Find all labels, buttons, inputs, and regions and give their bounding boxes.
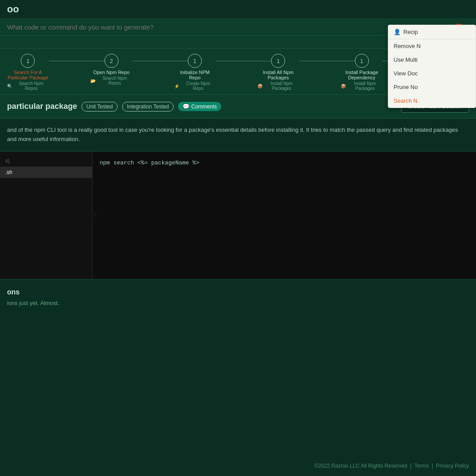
step-sub-4: 📦 Install Npm Packages (257, 81, 299, 91)
description-text: and of the npm CLI tool is a really good… (7, 126, 469, 144)
logo: oo (7, 4, 19, 15)
step-sub-3: ⚡ Create Npm Repo (174, 81, 216, 91)
description-area: and of the npm CLI tool is a really good… (0, 119, 476, 152)
dropdown-item-multi[interactable]: Use Multi (388, 53, 476, 67)
file-sidebar: s) .sh (0, 152, 93, 279)
step-sub-1: 🔍 Search Npm Repos (7, 81, 49, 91)
recipe-title: particular package (7, 102, 77, 111)
step-circle-1: 1 (21, 54, 35, 68)
step-sub-5: 📦 Install Npm Packages (341, 81, 383, 91)
step-item-3[interactable]: 1 Initialize NPM Repo ⚡ Create Npm Repo (174, 54, 216, 91)
step-item-4[interactable]: 1 Install All Npm Packages 📦 Install Npm… (257, 54, 299, 91)
step-circle-3: 1 (188, 54, 202, 68)
code-container: s) .sh ⋮ npm search <%= packageName %> (0, 152, 476, 279)
step-icon-2: 📂 (90, 78, 96, 83)
step-sub-2: 📂 Search Npm Repos (90, 76, 132, 86)
step-title-4: Install All Npm Packages (257, 70, 299, 80)
step-icon-3: ⚡ (174, 84, 179, 89)
footer: ©2022 Razroo LLC All Rights Reserved | T… (314, 463, 469, 469)
step-item-2[interactable]: 2 Open Npm Repo 📂 Search Npm Repos (90, 54, 132, 86)
step-title-5: Install Package Dependency (341, 70, 383, 80)
step-title-2: Open Npm Repo (93, 70, 130, 75)
header: oo (0, 0, 476, 19)
badge-comments[interactable]: 💬 Comments (178, 102, 221, 111)
dropdown-menu: 👤 Recip Remove N Use Multi View Doc Prun… (388, 25, 476, 108)
variations-title: ons (7, 288, 469, 296)
search-input[interactable] (7, 23, 426, 31)
file-section-label: s) (0, 155, 92, 167)
footer-privacy-link[interactable]: Privacy Policy (436, 463, 469, 469)
step-circle-2: 2 (104, 54, 119, 68)
step-title-3: Initialize NPM Repo (174, 70, 216, 80)
step-title-1: Search For A Particular Package (7, 70, 49, 80)
step-icon-1: 🔍 (7, 84, 12, 89)
dropdown-item-prune[interactable]: Prune No (388, 80, 476, 94)
step-icon-5: 📦 (341, 84, 346, 89)
dropdown-item-view-doc[interactable]: View Doc (388, 67, 476, 80)
code-editor[interactable]: npm search <%= packageName %> (93, 152, 476, 279)
step-icon-4: 📦 (257, 84, 263, 89)
variations-section: ons ions just yet. Almost. (0, 279, 476, 315)
file-item-sh[interactable]: .sh (0, 167, 92, 178)
dropdown-menu-header: 👤 Recip (388, 25, 476, 39)
drag-handle[interactable]: ⋮ (93, 212, 99, 219)
badge-unit-tested[interactable]: Unit Tested (82, 102, 118, 112)
recipe-icon: 👤 (394, 29, 401, 35)
variations-text: ions just yet. Almost. (7, 300, 469, 306)
dropdown-item-remove[interactable]: Remove N (388, 39, 476, 53)
step-item-1[interactable]: 1 Search For A Particular Package 🔍 Sear… (7, 54, 49, 91)
comment-icon: 💬 (182, 103, 190, 110)
step-circle-5: 1 (355, 54, 369, 68)
dropdown-item-search[interactable]: Search N (388, 94, 476, 108)
footer-copyright: ©2022 Razroo LLC All Rights Reserved (314, 463, 407, 469)
footer-terms-link[interactable]: Terms (414, 463, 429, 469)
badge-integration-tested[interactable]: Integration Tested (122, 102, 174, 112)
step-circle-4: 1 (271, 54, 285, 68)
code-line-1: npm search <%= packageName %> (100, 159, 469, 168)
step-item-5[interactable]: 1 Install Package Dependency 📦 Install N… (341, 54, 383, 91)
